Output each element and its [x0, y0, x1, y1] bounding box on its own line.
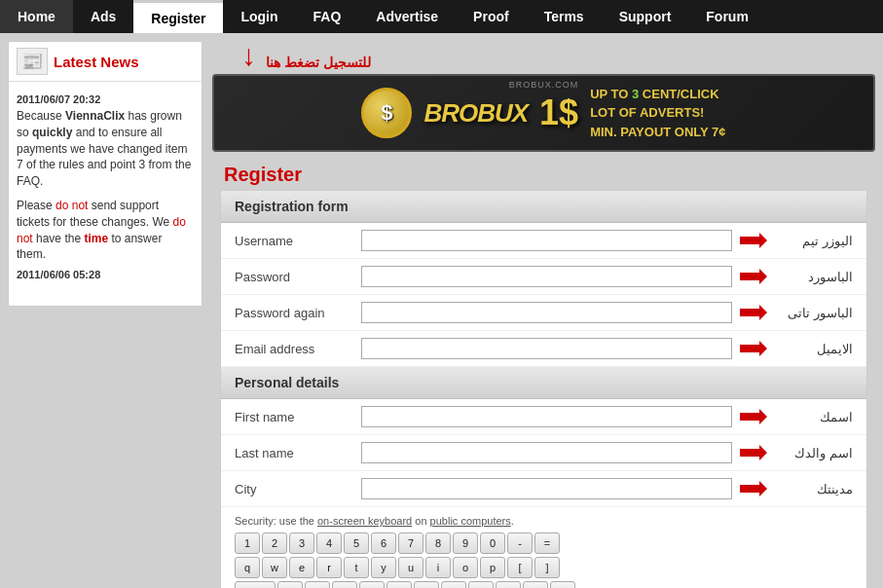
nav-item-forum[interactable]: Forum	[688, 0, 766, 33]
banner-coin-icon: $	[361, 88, 412, 138]
nav-item-home[interactable]: Home	[0, 0, 73, 33]
key-5[interactable]: 5	[344, 533, 369, 554]
key--[interactable]: -	[507, 533, 533, 554]
password-arabic-label: الباسورد	[775, 270, 853, 284]
key-d[interactable]: d	[332, 581, 357, 588]
city-input[interactable]	[361, 478, 732, 499]
firstname-row: First name اسمك	[221, 399, 866, 435]
lastname-arrow	[740, 443, 767, 462]
key-l[interactable]: l	[496, 581, 521, 588]
key-a[interactable]: a	[277, 581, 303, 588]
key-h[interactable]: h	[414, 581, 439, 588]
banner-tagline: UP TO 3 CENT/CLICK LOT OF ADVERTS! MIN. …	[590, 85, 725, 142]
nav-item-support[interactable]: Support	[602, 0, 689, 33]
key-2[interactable]: 2	[262, 533, 287, 554]
svg-marker-5	[740, 445, 767, 460]
main-content: 📰 Latest News 2011/06/07 20:32 Because V…	[0, 33, 883, 588]
firstname-arrow	[740, 407, 767, 426]
svg-marker-4	[740, 409, 767, 424]
email-label: Email address	[235, 342, 351, 356]
nav-item-proof[interactable]: Proof	[456, 0, 527, 33]
sidebar-content: 2011/06/07 20:32 Because ViennaClix has …	[9, 82, 202, 306]
key-p[interactable]: p	[480, 557, 505, 578]
banner[interactable]: BROBUX.COM $ BROBUX 1$ UP TO 3 CENT/CLIC…	[212, 74, 875, 152]
key-8[interactable]: 8	[425, 533, 451, 554]
key-g[interactable]: g	[386, 581, 412, 588]
key-f[interactable]: f	[359, 581, 385, 588]
key-u[interactable]: u	[398, 557, 423, 578]
lastname-input-wrapper: اسم والدك	[361, 442, 853, 463]
email-arrow	[740, 339, 767, 358]
sidebar-title: Latest News	[54, 54, 139, 70]
arabic-register-annotation: للتسجيل تضغط هنا	[266, 55, 371, 70]
key-t[interactable]: t	[344, 557, 369, 578]
security-section: Security: use the on-screen keyboard on …	[221, 507, 866, 588]
form-section-header: Registration form	[221, 191, 866, 223]
username-input[interactable]	[361, 230, 732, 251]
registration-form: Registration form Username اليوزر تيم	[220, 190, 867, 588]
svg-marker-3	[740, 341, 767, 356]
key-1[interactable]: 1	[235, 533, 260, 554]
lastname-arabic-label: اسم والدك	[775, 446, 853, 460]
banner-dollar: 1$	[539, 92, 578, 133]
nav-item-ads[interactable]: Ads	[73, 0, 133, 33]
key-6[interactable]: 6	[371, 533, 396, 554]
lastname-row: Last name اسم والدك	[221, 435, 866, 471]
news-text-1: Because ViennaClix has grown so quickly …	[17, 108, 194, 190]
city-arabic-label: مدينتك	[775, 482, 853, 496]
public-computers-link[interactable]: public computers	[430, 515, 511, 527]
banner-tagline-3: MIN. PAYOUT ONLY 7¢	[590, 123, 725, 142]
onscreen-keyboard-link[interactable]: on-screen keyboard	[317, 515, 412, 527]
key-9[interactable]: 9	[453, 533, 478, 554]
onscreen-keyboard: 1234567890-= qwertyuiop[] capsasdfghjkl;…	[235, 533, 853, 588]
password-again-arabic-label: الباسور تاتى	[775, 306, 853, 320]
register-title: Register	[212, 156, 875, 190]
sidebar-header: 📰 Latest News	[9, 42, 202, 82]
key-s[interactable]: s	[305, 581, 330, 588]
key-=[interactable]: =	[534, 533, 560, 554]
firstname-input[interactable]	[361, 406, 732, 427]
key-e[interactable]: e	[289, 557, 314, 578]
password-again-input[interactable]	[361, 302, 732, 323]
username-row: Username اليوزر تيم	[221, 223, 866, 259]
key-i[interactable]: i	[425, 557, 451, 578]
key-;[interactable]: ;	[523, 581, 548, 588]
password-again-input-wrapper: الباسور تاتى	[361, 302, 853, 323]
nav-item-login[interactable]: Login	[223, 0, 295, 33]
key-o[interactable]: o	[453, 557, 478, 578]
nav-item-faq[interactable]: FAQ	[296, 0, 359, 33]
content-row: 📰 Latest News 2011/06/07 20:32 Because V…	[8, 41, 875, 588]
username-arabic-label: اليوزر تيم	[775, 234, 853, 248]
lastname-input[interactable]	[361, 442, 732, 463]
key-'[interactable]: '	[550, 581, 575, 588]
key-r[interactable]: r	[316, 557, 342, 578]
username-arrow	[740, 231, 767, 250]
key-y[interactable]: y	[371, 557, 396, 578]
key-k[interactable]: k	[468, 581, 494, 588]
email-input[interactable]	[361, 338, 732, 359]
key-q[interactable]: q	[235, 557, 260, 578]
sidebar: 📰 Latest News 2011/06/07 20:32 Because V…	[8, 41, 202, 307]
key-0[interactable]: 0	[480, 533, 505, 554]
nav-item-advertise[interactable]: Advertise	[358, 0, 456, 33]
key-caps[interactable]: caps	[235, 581, 276, 588]
svg-marker-2	[740, 305, 767, 320]
password-input[interactable]	[361, 266, 732, 287]
keyboard-row-1: 1234567890-=	[235, 533, 853, 554]
key-[[interactable]: [	[507, 557, 533, 578]
key-][interactable]: ]	[534, 557, 560, 578]
svg-marker-1	[740, 269, 767, 284]
key-7[interactable]: 7	[398, 533, 423, 554]
nav-item-register[interactable]: Register	[133, 0, 223, 33]
key-w[interactable]: w	[262, 557, 287, 578]
key-3[interactable]: 3	[289, 533, 314, 554]
banner-logo: $	[361, 88, 412, 138]
city-input-wrapper: مدينتك	[361, 478, 853, 499]
password-input-wrapper: الباسورد	[361, 266, 853, 287]
email-arabic-label: الايميل	[775, 342, 853, 356]
banner-site-label: BROBUX.COM	[509, 80, 579, 90]
key-4[interactable]: 4	[316, 533, 342, 554]
nav-item-terms[interactable]: Terms	[527, 0, 602, 33]
password-arrow	[740, 267, 767, 286]
key-j[interactable]: j	[441, 581, 466, 588]
